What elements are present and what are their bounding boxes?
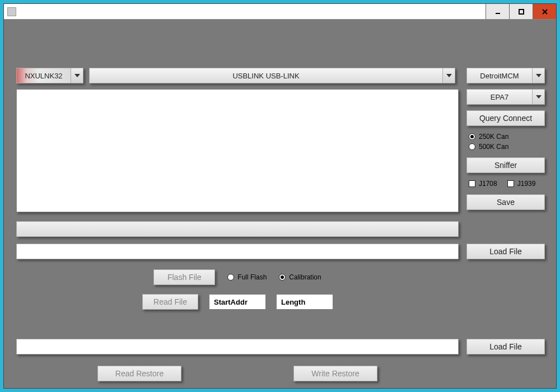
length-input[interactable]: Length <box>277 295 333 309</box>
full-flash-label: Full Flash <box>237 273 267 281</box>
variant-dropdown[interactable]: EPA7 <box>466 89 545 105</box>
file-path-2[interactable] <box>16 339 459 354</box>
full-flash-radio[interactable]: Full Flash <box>227 273 267 281</box>
j1939-label: J1939 <box>517 180 536 188</box>
j1708-label: J1708 <box>479 180 497 188</box>
chevron-down-icon <box>532 68 544 83</box>
status-bar-1 <box>16 221 459 237</box>
save-button[interactable]: Save <box>466 194 545 210</box>
load-file-button-2[interactable]: Load File <box>466 339 545 354</box>
radio-indicator-selected <box>469 133 475 140</box>
checkbox-box <box>507 180 514 187</box>
write-restore-button[interactable]: Write Restore <box>293 366 377 381</box>
load-file-button-1[interactable]: Load File <box>466 244 545 259</box>
query-connect-button[interactable]: Query Connect <box>466 110 545 126</box>
j1708-checkbox[interactable]: J1708 <box>469 180 497 188</box>
flash-row: Flash File Full Flash Calibration <box>16 269 459 285</box>
maximize-button[interactable] <box>509 4 533 19</box>
maximize-icon <box>518 8 525 15</box>
checkbox-box <box>469 180 475 187</box>
restore-row: Read Restore Write Restore <box>16 366 459 381</box>
can-250-label: 250K Can <box>479 133 508 141</box>
close-icon <box>542 8 548 15</box>
radio-indicator-selected <box>279 274 286 281</box>
device-dropdown-label: USBLINK USB-LINK <box>90 68 442 83</box>
titlebar <box>4 4 556 20</box>
can-500-radio[interactable]: 500K Can <box>469 143 545 151</box>
calibration-label: Calibration <box>289 273 321 281</box>
window-controls <box>486 4 556 19</box>
radio-indicator <box>227 274 234 281</box>
minimize-button[interactable] <box>486 4 509 19</box>
chevron-down-icon <box>442 68 455 83</box>
app-icon <box>7 7 16 16</box>
log-textarea[interactable] <box>16 89 459 212</box>
flash-file-button[interactable]: Flash File <box>153 269 215 285</box>
driver-dropdown[interactable]: NXULNK32 <box>16 68 83 83</box>
app-window: NXULNK32 USBLINK USB-LINK DetroitMCM EPA… <box>3 3 557 389</box>
file-path-1[interactable] <box>16 244 459 259</box>
can-250-radio[interactable]: 250K Can <box>469 133 545 141</box>
calibration-radio[interactable]: Calibration <box>279 273 321 281</box>
titlebar-left <box>4 7 26 16</box>
start-addr-input[interactable]: StartAddr <box>209 295 265 309</box>
variant-dropdown-label: EPA7 <box>467 90 532 104</box>
svg-rect-1 <box>519 10 524 14</box>
protocol-checkboxes: J1708 J1939 <box>469 180 545 188</box>
j1939-checkbox[interactable]: J1939 <box>507 180 536 188</box>
top-row: NXULNK32 USBLINK USB-LINK <box>16 68 545 83</box>
client-area: NXULNK32 USBLINK USB-LINK DetroitMCM EPA… <box>4 20 556 388</box>
minimize-icon <box>494 8 501 15</box>
right-column: DetroitMCM EPA7 Query Connect 250K Can 5… <box>466 68 545 210</box>
read-row: Read File StartAddr Length <box>16 294 459 310</box>
chevron-down-icon <box>532 90 544 104</box>
chevron-down-icon <box>71 68 83 83</box>
module-dropdown-label: DetroitMCM <box>467 68 532 83</box>
radio-indicator <box>469 143 475 150</box>
module-dropdown[interactable]: DetroitMCM <box>466 68 545 83</box>
driver-dropdown-label: NXULNK32 <box>17 68 71 83</box>
can-500-label: 500K Can <box>479 143 508 151</box>
read-file-button[interactable]: Read File <box>142 294 198 310</box>
device-dropdown[interactable]: USBLINK USB-LINK <box>89 68 455 83</box>
can-speed-group: 250K Can 500K Can <box>469 133 545 151</box>
read-restore-button[interactable]: Read Restore <box>97 366 181 381</box>
close-button[interactable] <box>533 4 556 19</box>
sniffer-button[interactable]: Sniffer <box>466 157 545 173</box>
